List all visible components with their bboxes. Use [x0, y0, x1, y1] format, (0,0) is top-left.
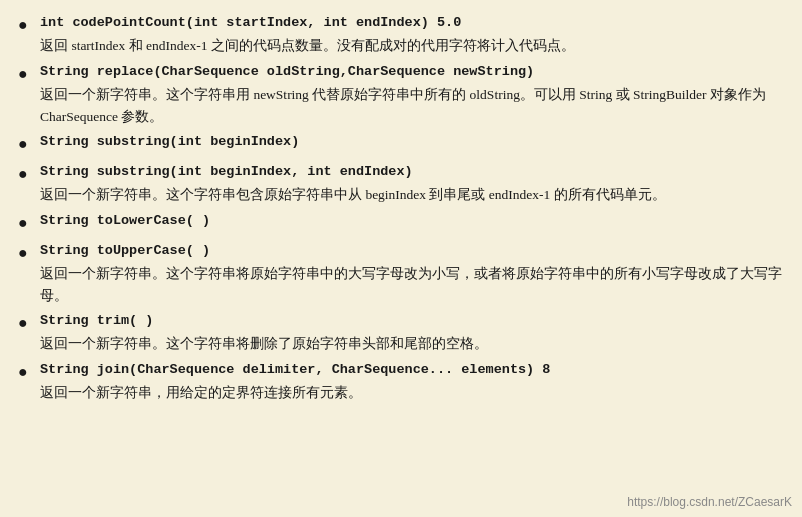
list-item: ●String substring(int beginIndex, int en…	[18, 161, 784, 206]
list-item: ●String replace(CharSequence oldString,C…	[18, 61, 784, 127]
bullet-icon: ●	[18, 162, 34, 187]
item-body: String toUpperCase( )返回一个新字符串。这个字符串将原始字符…	[40, 240, 784, 306]
method-description: 返回一个新字符串。这个字符串将原始字符串中的大写字母改为小写，或者将原始字符串中…	[40, 263, 784, 306]
list-item: ●String trim( )返回一个新字符串。这个字符串将删除了原始字符串头部…	[18, 310, 784, 355]
item-body: String replace(CharSequence oldString,Ch…	[40, 61, 784, 127]
item-body: String substring(int beginIndex, int end…	[40, 161, 784, 206]
item-body: String trim( )返回一个新字符串。这个字符串将删除了原始字符串头部和…	[40, 310, 784, 355]
bullet-icon: ●	[18, 360, 34, 385]
method-signature: int codePointCount(int startIndex, int e…	[40, 12, 784, 34]
item-body: String join(CharSequence delimiter, Char…	[40, 359, 784, 404]
list-item: ●int codePointCount(int startIndex, int …	[18, 12, 784, 57]
list-item: ●String join(CharSequence delimiter, Cha…	[18, 359, 784, 404]
method-signature: String join(CharSequence delimiter, Char…	[40, 359, 784, 381]
method-signature: String replace(CharSequence oldString,Ch…	[40, 61, 784, 83]
method-description: 返回一个新字符串。这个字符串用 newString 代替原始字符串中所有的 ol…	[40, 84, 784, 127]
method-signature: String substring(int beginIndex, int end…	[40, 161, 784, 183]
bullet-icon: ●	[18, 241, 34, 266]
method-signature: String substring(int beginIndex)	[40, 131, 784, 153]
list-item: ●String substring(int beginIndex)	[18, 131, 784, 157]
method-signature: String toLowerCase( )	[40, 210, 784, 232]
bullet-icon: ●	[18, 13, 34, 38]
bullet-icon: ●	[18, 62, 34, 87]
item-body: String toLowerCase( )	[40, 210, 784, 232]
method-description: 返回一个新字符串，用给定的定界符连接所有元素。	[40, 382, 784, 404]
method-description: 返回一个新字符串。这个字符串将删除了原始字符串头部和尾部的空格。	[40, 333, 784, 355]
method-description: 返回 startIndex 和 endIndex-1 之间的代码点数量。没有配成…	[40, 35, 784, 57]
item-body: int codePointCount(int startIndex, int e…	[40, 12, 784, 57]
watermark: https://blog.csdn.net/ZCaesarK	[627, 495, 792, 509]
method-signature: String trim( )	[40, 310, 784, 332]
method-description: 返回一个新字符串。这个字符串包含原始字符串中从 beginIndex 到串尾或 …	[40, 184, 784, 206]
method-signature: String toUpperCase( )	[40, 240, 784, 262]
bullet-icon: ●	[18, 132, 34, 157]
item-body: String substring(int beginIndex)	[40, 131, 784, 153]
list-item: ●String toLowerCase( )	[18, 210, 784, 236]
main-content: ●int codePointCount(int startIndex, int …	[18, 12, 784, 404]
bullet-icon: ●	[18, 311, 34, 336]
bullet-icon: ●	[18, 211, 34, 236]
list-item: ●String toUpperCase( )返回一个新字符串。这个字符串将原始字…	[18, 240, 784, 306]
